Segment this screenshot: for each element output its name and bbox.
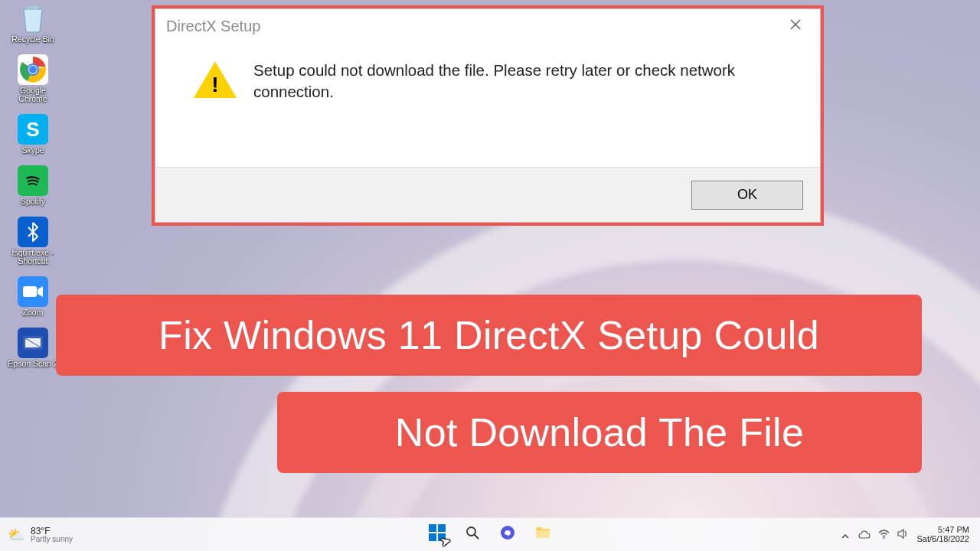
onedrive-tray-icon	[858, 530, 871, 541]
volume-tray-icon	[897, 529, 909, 541]
taskbar-file-explorer-button[interactable]	[528, 520, 557, 549]
desktop-icon-label: Recycle Bin	[5, 35, 61, 44]
svg-point-16	[884, 537, 885, 539]
scanner-icon	[18, 328, 48, 358]
tray-chevron-button[interactable]	[835, 520, 855, 549]
svg-rect-12	[438, 533, 446, 541]
file-explorer-icon	[535, 527, 550, 543]
recycle-bin-icon	[18, 3, 48, 34]
system-tray[interactable]	[858, 529, 909, 541]
desktop-icon-fsquirt-shortcut[interactable]: fsquirt.exe - Shortcut	[5, 217, 61, 266]
ok-button[interactable]: OK	[691, 181, 803, 210]
windows-logo-icon	[429, 524, 446, 545]
dialog-title: DirectX Setup	[166, 18, 260, 35]
chat-icon	[500, 525, 515, 544]
svg-rect-11	[429, 533, 436, 541]
svg-rect-0	[27, 6, 39, 9]
search-icon	[466, 526, 479, 543]
bluetooth-icon	[18, 217, 48, 247]
overlay-banner-line1: Fix Windows 11 DirectX Setup Could	[56, 295, 922, 376]
desktop-icon-label: Google Chrome	[5, 86, 61, 103]
dialog-titlebar[interactable]: DirectX Setup	[155, 9, 820, 43]
dialog-message: Setup could not download the file. Pleas…	[253, 58, 743, 102]
desktop-icon-skype[interactable]: S Skype	[5, 114, 61, 155]
desktop-icon-label: Zoom	[5, 308, 61, 317]
directx-setup-dialog: DirectX Setup Setup could not download t…	[155, 8, 821, 223]
svg-rect-9	[429, 524, 436, 532]
overlay-banner-line2: Not Download The File	[277, 392, 922, 473]
desktop-icon-google-chrome[interactable]: Google Chrome	[5, 54, 61, 103]
svg-point-13	[467, 527, 475, 536]
start-button[interactable]	[423, 520, 452, 549]
chevron-up-icon	[841, 527, 849, 543]
desktop-icon-epson-scan[interactable]: Epson Scan 2	[5, 328, 61, 368]
clock-date: Sat/6/18/2022	[916, 535, 969, 544]
spotify-icon	[18, 165, 48, 196]
svg-rect-10	[438, 524, 446, 532]
desktop-icon-zoom[interactable]: Zoom	[5, 276, 61, 317]
wifi-tray-icon	[878, 530, 890, 541]
dialog-highlight-border: DirectX Setup Setup could not download t…	[152, 5, 824, 226]
dialog-footer: OK	[155, 167, 820, 222]
chrome-icon	[18, 54, 48, 85]
desktop-icon-label: Spotify	[5, 197, 61, 206]
desktop-icon-label: Epson Scan 2	[5, 360, 61, 368]
warning-icon	[194, 61, 237, 98]
skype-icon: S	[18, 114, 48, 145]
desktop-icon-recycle-bin[interactable]: Recycle Bin	[5, 3, 61, 44]
weather-icon: ⛅	[8, 527, 24, 543]
taskbar: ⛅ 83°F Partly sunny	[0, 517, 980, 551]
desktop-icon-label: fsquirt.exe - Shortcut	[5, 249, 61, 266]
taskbar-clock[interactable]: 5:47 PM Sat/6/18/2022	[912, 526, 974, 543]
desktop-icon-label: Skype	[5, 146, 61, 155]
desktop-icons-column: Recycle Bin Google Chrome S Skype Spotif…	[5, 3, 61, 368]
dialog-close-button[interactable]	[774, 12, 817, 40]
svg-rect-15	[536, 530, 550, 538]
taskbar-chat-button[interactable]	[493, 520, 522, 549]
desktop-icon-spotify[interactable]: Spotify	[5, 165, 61, 206]
svg-rect-6	[23, 286, 37, 297]
svg-point-4	[29, 66, 37, 73]
taskbar-weather-widget[interactable]: ⛅ 83°F Partly sunny	[8, 518, 73, 551]
weather-desc: Partly sunny	[31, 536, 73, 543]
search-button[interactable]	[458, 520, 487, 549]
zoom-icon	[18, 276, 48, 307]
close-icon	[789, 18, 802, 34]
